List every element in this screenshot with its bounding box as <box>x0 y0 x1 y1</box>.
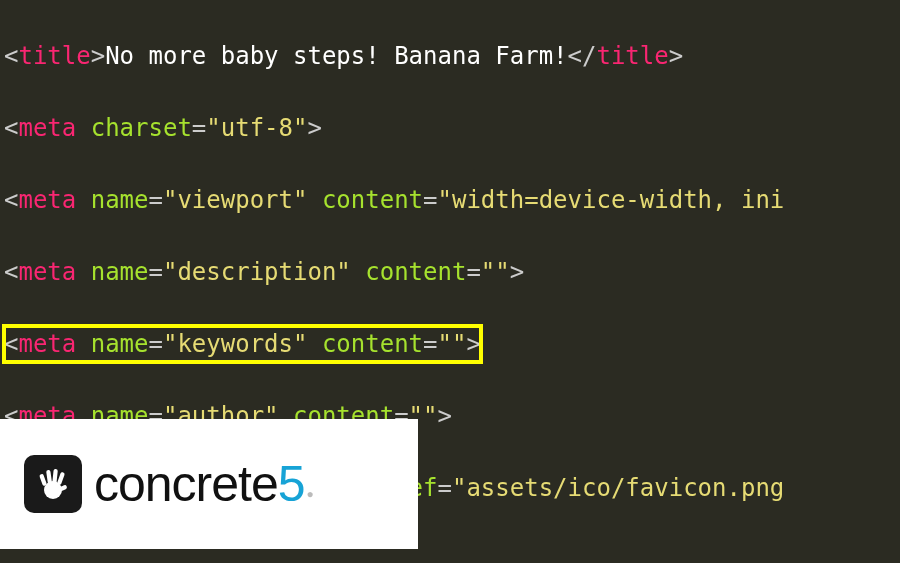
svg-rect-3 <box>52 469 58 484</box>
hand-icon <box>24 455 82 513</box>
highlighted-line: <meta name="keywords" content=""> <box>4 326 900 362</box>
code-line: <meta name="viewport" content="width=dev… <box>4 182 900 218</box>
svg-rect-4 <box>57 472 65 486</box>
concrete5-logo-card: concrete5● <box>0 419 418 549</box>
svg-rect-1 <box>39 474 47 487</box>
code-line: <meta name="description" content=""> <box>4 254 900 290</box>
svg-rect-2 <box>46 470 52 484</box>
code-line: <title>No more baby steps! Banana Farm!<… <box>4 38 900 74</box>
code-line: <meta charset="utf-8"> <box>4 110 900 146</box>
concrete5-wordmark: concrete5● <box>94 466 311 502</box>
